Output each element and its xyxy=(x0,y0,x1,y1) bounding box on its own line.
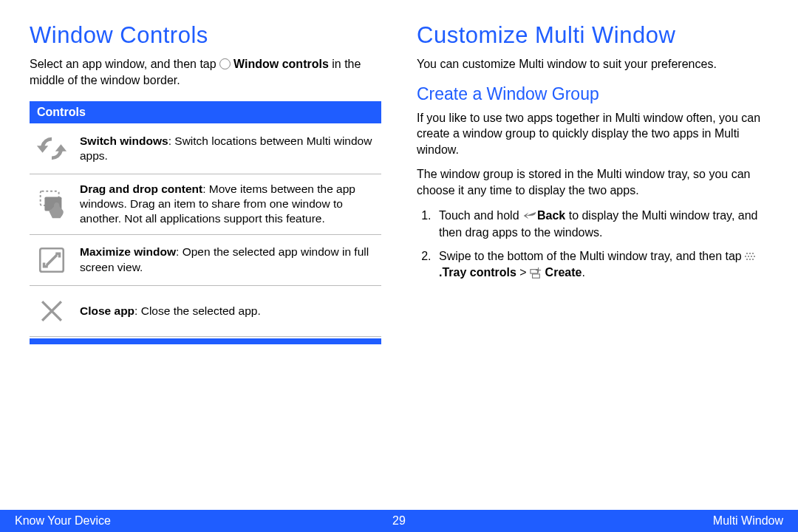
control-text: Close app: Close the selected app. xyxy=(80,304,261,318)
control-text: Maximize window: Open the selected app w… xyxy=(80,245,378,274)
step1-back: Back xyxy=(537,209,565,222)
close-icon xyxy=(34,293,69,329)
drag-drop-icon xyxy=(34,186,69,222)
create-icon xyxy=(530,265,542,282)
step2-create: Create xyxy=(545,266,582,279)
create-group-p2: The window group is stored in the Multi … xyxy=(417,166,768,198)
window-controls-heading: Window Controls xyxy=(30,22,381,49)
row-bold: Maximize window xyxy=(80,245,176,258)
customize-heading: Customize Multi Window xyxy=(417,22,768,49)
intro-bold: Window controls xyxy=(233,58,329,70)
controls-bottom-bar xyxy=(30,338,381,344)
window-controls-inline-icon xyxy=(219,58,231,69)
list-item: Touch and hold Back to display the Multi… xyxy=(434,208,768,241)
list-item: Swipe to the bottom of the Multi window … xyxy=(434,248,768,282)
customize-intro: You can customize Multi window to suit y… xyxy=(417,56,768,72)
svg-rect-4 xyxy=(533,274,540,278)
table-row: Switch windows: Switch locations between… xyxy=(30,123,381,174)
row-bold: Close app xyxy=(80,304,134,317)
switch-windows-icon xyxy=(34,131,69,166)
row-rest: : Close the selected app. xyxy=(134,304,261,317)
step2-gt: > xyxy=(516,266,530,279)
page-number: 29 xyxy=(392,514,406,528)
step1-a: Touch and hold xyxy=(439,209,522,222)
tray-controls-icon xyxy=(745,253,755,260)
control-text: Switch windows: Switch locations between… xyxy=(80,134,378,163)
back-icon xyxy=(522,208,537,224)
controls-table: Controls Switch windows: Switch location… xyxy=(30,101,381,344)
control-text: Drag and drop content: Move items betwee… xyxy=(80,182,378,226)
page-footer: Know Your Device 29 Multi Window xyxy=(0,510,798,532)
row-bold: Drag and drop content xyxy=(80,183,202,195)
footer-left: Know Your Device xyxy=(15,514,111,528)
table-row: Maximize window: Open the selected app w… xyxy=(30,235,381,286)
table-row: Drag and drop content: Move items betwee… xyxy=(30,174,381,234)
left-column: Window Controls Select an app window, an… xyxy=(30,22,381,344)
step2-a: Swipe to the bottom of the Multi window … xyxy=(439,250,745,262)
footer-right: Multi Window xyxy=(713,514,783,528)
right-column: Customize Multi Window You can customize… xyxy=(417,22,768,344)
table-row: Close app: Close the selected app. xyxy=(30,286,381,337)
steps-list: Touch and hold Back to display the Multi… xyxy=(417,208,768,282)
window-controls-intro: Select an app window, and then tap Windo… xyxy=(30,56,381,88)
maximize-icon xyxy=(34,242,69,278)
step2-end: . xyxy=(582,266,584,279)
row-bold: Switch windows xyxy=(80,134,168,147)
create-group-p1: If you like to use two apps together in … xyxy=(417,110,768,158)
controls-table-header: Controls xyxy=(30,101,381,123)
intro-p1: Select an app window, and then tap xyxy=(30,58,219,70)
create-group-heading: Create a Window Group xyxy=(417,84,768,104)
step2-tray: .Tray controls xyxy=(439,266,516,279)
